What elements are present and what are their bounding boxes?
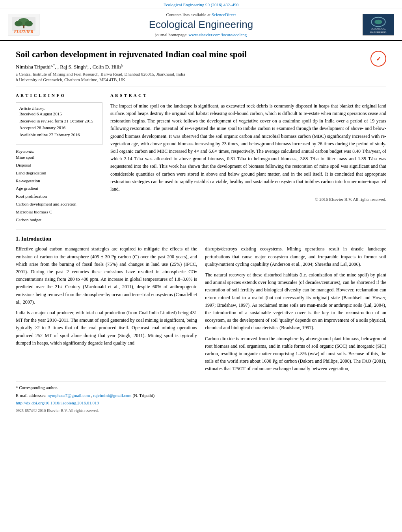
available-date: Available online 27 February 2016 [19,132,99,139]
homepage-line: journal homepage: www.elsevier.com/locat… [39,32,363,37]
keyword-7: Carbon development and accretion [16,200,102,208]
article-info-block: Article history: Received 6 August 2015 … [16,102,102,145]
body-two-col: Effective global carbon management strat… [16,245,386,376]
keyword-4: Re-vegetation [16,177,102,185]
journal-reference: Ecological Engineering 90 (2016) 482–490 [0,0,402,9]
svg-text:ECOLOGICAL: ECOLOGICAL [371,28,386,30]
section-divider [16,230,386,230]
article-title-group: Soil carbon development in rejuvenated I… [16,49,247,83]
email2-text: rajciminf@gmail.com [93,393,131,398]
intro-para5: Carbon dioxide is removed from the atmos… [205,335,386,373]
email1-text: nymphaea7@gmail.com [48,393,90,398]
doi-link[interactable]: http://dx.doi.org/10.1016/j.ecoleng.2016… [16,400,386,406]
homepage-label: journal homepage: [155,32,188,37]
journal-header: ELSEVIER Contents lists available at Sci… [0,9,402,41]
revised-date: Received in revised form 31 October 2015 [19,118,99,125]
homepage-link[interactable]: www.elsevier.com/locate/ecoleng [189,32,247,37]
intro-number: 1. [16,236,20,242]
abstract-column: A B S T R A C T The impact of mine spoil… [110,93,386,224]
email1-link[interactable]: nymphaea7@gmail.com [48,393,91,398]
article-title-section: Soil carbon development in rejuvenated I… [16,41,386,87]
contents-text: Contents lists available at [166,12,210,17]
keyword-5: Age gradient [16,185,102,193]
article-title: Soil carbon development in rejuvenated I… [16,49,247,60]
email-label: E-mail addresses: [16,393,47,398]
history-label: Article history: [19,106,99,111]
article-history: Article history: Received 6 August 2015 … [19,106,99,138]
svg-point-2 [15,21,22,26]
author2-name: , Raj S. Singh [58,64,86,70]
journal-title: Ecological Engineering [39,19,363,31]
abstract-header: A B S T R A C T [110,93,386,99]
keyword-1: Mine spoil [16,154,102,161]
license-line: 0925-8574/© 2016 Elsevier B.V. All right… [16,408,386,413]
accepted-date: Accepted 26 January 2016 [19,124,99,132]
received-date: Received 6 August 2015 [19,111,99,118]
copyright-line: © 2016 Elsevier B.V. All rights reserved… [110,197,386,202]
journal-title-text: Ecological Engineering [149,19,253,30]
author2-sup: a [86,63,87,67]
keywords-label: Keywords: [16,149,102,154]
journal-ref-text: Ecological Engineering 90 (2016) 482–490 [164,2,239,7]
svg-point-3 [25,21,33,26]
abstract-text: The impact of mine spoil on the landscap… [110,102,386,193]
keyword-6: Root proliferation [16,193,102,200]
keyword-2: Disposal [16,161,102,169]
keyword-3: Land degradation [16,169,102,177]
contents-line: Contents lists available at ScienceDirec… [39,12,363,17]
author1-name: Nimisha Tripathi [16,64,51,70]
footnote-star: * Corresponding author. [16,384,386,391]
keywords-block: Keywords: Mine spoil Disposal Land degra… [16,149,102,224]
affiliation-b: b University of Greenwich, Chatham Marit… [16,77,247,82]
body-right-col: disrupts/destroys existing ecosystems. M… [205,245,386,376]
email2-link[interactable]: rajciminf@gmail.com [93,393,132,398]
intro-para4: The natural recovery of these disturbed … [205,271,386,332]
author1-sup: a,* [51,63,55,67]
keyword-9: Carbon budget [16,216,102,224]
intro-para1: Effective global carbon management strat… [16,245,197,306]
journal-header-center: Contents lists available at ScienceDirec… [39,12,363,37]
svg-rect-4 [23,25,24,28]
article-info-column: A R T I C L E I N F O Article history: R… [16,93,102,224]
email-note: (N. Tripathi). [132,393,155,398]
intro-para3: disrupts/destroys existing ecosystems. M… [205,245,386,268]
elsevier-logo-box: ELSEVIER [8,14,39,35]
article-info-abstract: A R T I C L E I N F O Article history: R… [16,93,386,224]
intro-title: Introduction [21,236,51,242]
footnote-section: * Corresponding author. E-mail addresses… [16,382,386,413]
authors-line: Nimisha Tripathia,*, , Raj S. Singha, , … [16,63,247,70]
introduction-section: 1. Introduction Effective global carbon … [16,236,386,376]
article-content: Soil carbon development in rejuvenated I… [0,41,402,413]
svg-point-8 [374,20,382,24]
doi-text[interactable]: http://dx.doi.org/10.1016/j.ecoleng.2016… [16,400,99,405]
elsevier-logo: ELSEVIER [8,14,39,35]
svg-text:ELSEVIER: ELSEVIER [14,30,34,34]
science-direct-text: ScienceDirect [212,12,236,17]
crossmark-icon[interactable]: ✓ [370,51,386,67]
author3-sup: b [121,63,123,67]
eco-engineering-logo: ECOLOGICAL ENGINEERING [363,14,394,35]
intro-para2: India is a major coal producer, with tot… [16,309,197,347]
homepage-url: www.elsevier.com/locate/ecoleng [189,32,247,37]
science-direct-link[interactable]: ScienceDirect [212,12,236,17]
affiliation-a: a Central Institute of Mining and Fuel R… [16,72,247,76]
article-info-header: A R T I C L E I N F O [16,93,102,99]
intro-heading: 1. Introduction [16,236,386,242]
author3-name: , Colin D. Hills [90,64,121,70]
footnote-email: E-mail addresses: nymphaea7@gmail.com , … [16,392,386,399]
body-left-col: Effective global carbon management strat… [16,245,197,376]
svg-text:ENGINEERING: ENGINEERING [370,31,387,33]
keyword-8: Microbial biomass C [16,208,102,216]
